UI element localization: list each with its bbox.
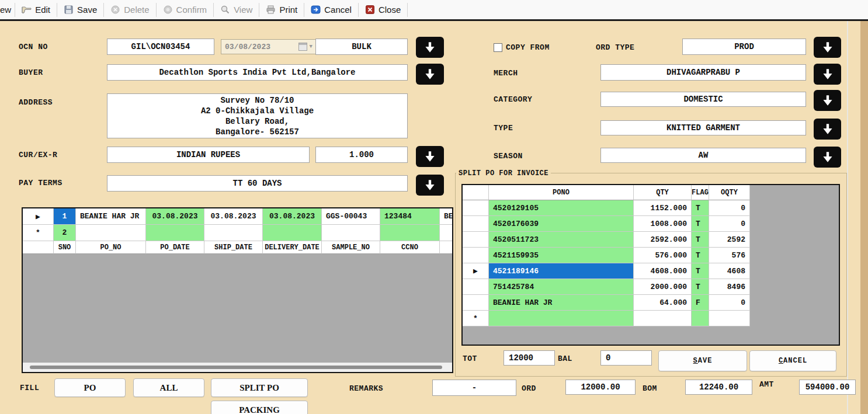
grid-cell-qty[interactable]: 1008.000 <box>634 216 692 232</box>
save-button[interactable]: Save <box>57 0 103 19</box>
row-selector[interactable] <box>463 295 489 311</box>
grid-cell-oqty[interactable]: 0 <box>709 216 750 232</box>
grid-cell[interactable] <box>76 225 146 241</box>
buyer-field[interactable]: Decathlon Sports India Pvt Ltd,Bangalore <box>107 64 408 81</box>
category-lookup-button[interactable] <box>814 90 841 111</box>
row-selector[interactable]: ▶ <box>23 208 54 225</box>
grid-header-cell[interactable]: SHIP_DATE <box>204 241 263 254</box>
fill-po-button[interactable]: PO <box>54 378 126 397</box>
grid-cell[interactable]: GGS-00043 <box>322 208 380 225</box>
row-selector[interactable] <box>463 248 489 263</box>
grid-cell-oqty[interactable]: 0 <box>709 295 750 311</box>
grid-header-cell[interactable]: QTY <box>634 185 692 200</box>
grid-cell[interactable]: 03.08.2023 <box>263 208 322 225</box>
grid-header-cell[interactable]: PO_NO <box>76 241 146 254</box>
grid-cell[interactable] <box>322 225 380 241</box>
grid-cell-oqty[interactable]: 8496 <box>709 279 750 295</box>
type-lookup-button[interactable] <box>814 119 841 140</box>
grid-cell[interactable]: 1 <box>54 208 76 225</box>
grid-cell[interactable] <box>204 225 263 241</box>
ord-type-field[interactable]: PROD <box>682 39 806 55</box>
grid-header-cell[interactable]: PO_DATE <box>146 241 204 254</box>
grid-header-cell[interactable]: OQTY <box>709 185 750 200</box>
ord-type-lookup-button[interactable] <box>814 37 841 58</box>
grid-cell-oqty[interactable]: 4608 <box>709 263 750 279</box>
grid-cell-qty[interactable]: 2000.000 <box>634 279 692 295</box>
split-po-button[interactable]: SPLIT PO <box>211 378 308 397</box>
grid-cell[interactable]: BEANIE HAR JR <box>76 208 146 225</box>
pay-terms-lookup-button[interactable] <box>416 175 444 196</box>
grid-cell-pono[interactable]: 4521189146 <box>489 263 634 279</box>
grid-cell-oqty[interactable]: 576 <box>709 248 750 263</box>
exchange-rate-field[interactable]: 1.000 <box>315 147 408 163</box>
amt-field[interactable]: 594000.00 <box>799 380 856 395</box>
packing-button[interactable]: PACKING <box>211 401 308 414</box>
split-cancel-button[interactable]: CANCEL <box>749 350 836 371</box>
confirm-button[interactable]: Confirm <box>157 0 214 19</box>
row-selector[interactable] <box>463 200 489 216</box>
ocn-mode-field[interactable]: BULK <box>315 39 408 55</box>
grid-cell-flag[interactable]: F <box>692 295 709 311</box>
grid-cell-qty[interactable]: 576.000 <box>634 248 692 263</box>
bal-field[interactable]: 0 <box>600 350 652 366</box>
grid-cell-flag[interactable]: T <box>692 263 709 279</box>
row-selector[interactable]: * <box>23 225 54 241</box>
season-field[interactable]: AW <box>600 148 806 163</box>
delete-button[interactable]: Delete <box>104 0 155 19</box>
grid-cell-flag[interactable]: T <box>692 279 709 295</box>
copy-from-checkbox[interactable] <box>494 43 502 52</box>
grid-cell-oqty[interactable]: 2592 <box>709 232 750 248</box>
grid-cell-pono[interactable]: BEANIE HAR JR <box>489 295 634 311</box>
address-field[interactable]: Survey No 78/10 A2 0-Chikkajala Village … <box>107 93 408 138</box>
row-selector[interactable] <box>463 216 489 232</box>
edit-button[interactable]: Edit <box>15 0 57 19</box>
remarks-field[interactable]: - <box>432 380 516 396</box>
grid-cell-pono[interactable]: 4521159935 <box>489 248 634 263</box>
grid-header-cell[interactable] <box>23 241 54 254</box>
close-button[interactable]: Close <box>359 0 407 19</box>
grid-cell-qty[interactable] <box>634 311 692 326</box>
cancel-button[interactable]: Cancel <box>304 0 358 19</box>
row-selector[interactable]: * <box>463 311 489 326</box>
grid-cell[interactable] <box>440 225 453 241</box>
currency-field[interactable]: INDIAN RUPEES <box>107 147 310 163</box>
po-grid-horizontal-scrollbar[interactable] <box>23 363 452 372</box>
grid-header-cell[interactable]: DELIVERY_DATE <box>263 241 322 254</box>
grid-cell[interactable] <box>263 225 322 241</box>
grid-cell-qty[interactable]: 2592.000 <box>634 232 692 248</box>
grid-cell-qty[interactable]: 1152.000 <box>634 200 692 216</box>
row-selector[interactable]: ▶ <box>463 263 489 279</box>
buyer-lookup-button[interactable] <box>416 64 444 85</box>
fill-all-button[interactable]: ALL <box>133 378 204 397</box>
view-button[interactable]: View <box>214 0 259 19</box>
ord-field[interactable]: 12000.00 <box>565 380 636 395</box>
bom-field[interactable]: 12240.00 <box>685 380 752 395</box>
new-button[interactable]: ew <box>0 0 15 19</box>
ocn-no-field[interactable]: GIL\OCN03454 <box>107 39 214 55</box>
grid-cell-flag[interactable] <box>692 311 709 326</box>
grid-cell-pono[interactable]: 4520511723 <box>489 232 634 248</box>
grid-header-cell[interactable] <box>440 241 453 254</box>
row-selector[interactable] <box>463 279 489 295</box>
grid-cell[interactable]: 03.08.2023 <box>204 208 263 225</box>
grid-cell-pono[interactable]: 751425784 <box>489 279 634 295</box>
grid-cell-flag[interactable]: T <box>692 200 709 216</box>
grid-cell-qty[interactable]: 4608.000 <box>634 263 692 279</box>
grid-cell-flag[interactable]: T <box>692 248 709 263</box>
grid-header-cell[interactable]: SNO <box>54 241 76 254</box>
grid-cell-flag[interactable]: T <box>692 232 709 248</box>
grid-cell-flag[interactable]: T <box>692 216 709 232</box>
season-lookup-button[interactable] <box>814 147 841 168</box>
ocn-date-picker[interactable]: 03/08/2023 ▼ <box>221 39 317 54</box>
tot-field[interactable]: 12000 <box>504 350 555 366</box>
grid-header-cell[interactable]: SAMPLE_NO <box>322 241 380 254</box>
grid-header-cell[interactable]: FLAG <box>692 185 709 200</box>
grid-cell-pono[interactable] <box>489 311 634 326</box>
grid-cell[interactable]: BEA <box>440 208 453 225</box>
type-field[interactable]: KNITTED GARMENT <box>600 120 806 135</box>
grid-cell-pono[interactable]: 4520176039 <box>489 216 634 232</box>
row-selector[interactable] <box>463 232 489 248</box>
grid-cell[interactable] <box>146 225 204 241</box>
pay-terms-field[interactable]: TT 60 DAYS <box>107 175 408 192</box>
grid-cell-oqty[interactable]: 0 <box>709 200 750 216</box>
